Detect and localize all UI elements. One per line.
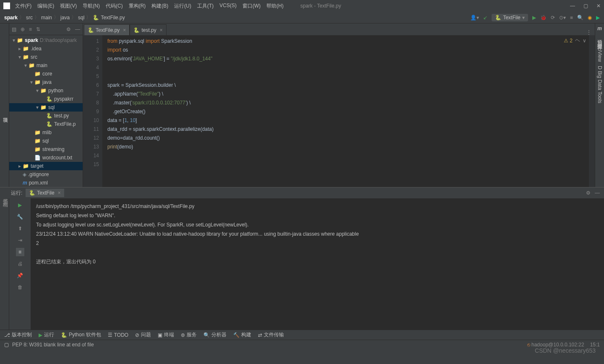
rerun-button[interactable]: ▶	[16, 201, 24, 209]
services-tool-button[interactable]: ⊚服务	[181, 331, 197, 338]
ide-run-icon[interactable]: ▶	[596, 15, 600, 21]
run-trash-button[interactable]: 🗑	[16, 283, 24, 291]
menu-nav[interactable]: 导航(N)	[83, 3, 100, 10]
menu-tools[interactable]: 工具(T)	[197, 3, 213, 10]
tab-textfile[interactable]: 🐍TextFile.py×	[84, 24, 130, 35]
project-tree: ▾📁 spark D:\hadoop\spark ▸📁.idea▾📁src▾📁m…	[9, 35, 83, 187]
run-filter-button[interactable]: ≡	[16, 248, 24, 256]
editor-inspections[interactable]: ⚠ 2 ヘ ∨	[564, 37, 586, 44]
bottom-tool-bar: ⎇版本控制 ▶运行 🐍Python 软件包 ☰TODO ⊘问题 ▣终端 ⊚服务 …	[0, 330, 604, 340]
tree-item[interactable]: ▸📁target	[9, 162, 83, 170]
crumb[interactable]: TextFile.py	[101, 15, 125, 21]
tree-item[interactable]: 🐍test.py	[9, 112, 83, 120]
remote-host[interactable]: ⎋ hadoop@10.0.0.102:22	[527, 342, 584, 348]
sync-icon[interactable]: ↙	[483, 15, 487, 21]
tree-item[interactable]: mpom.xml	[9, 179, 83, 187]
menu-code[interactable]: 代码(C)	[106, 3, 123, 10]
crumb[interactable]: sql	[78, 15, 84, 21]
sidebar-expand-icon[interactable]: ▤	[12, 26, 16, 32]
close-button[interactable]: ✕	[596, 3, 601, 9]
code-area[interactable]: from pyspark.sql import SparkSession imp…	[102, 35, 589, 187]
tree-item[interactable]: ▸📁.idea	[9, 44, 83, 53]
maven-tool-button[interactable]: m	[597, 26, 602, 31]
scrollbar[interactable]	[589, 35, 595, 187]
tree-item[interactable]: 📁core	[9, 70, 83, 78]
bigdata-tool-button[interactable]: D Big Data Tools	[597, 66, 603, 103]
menu-edit[interactable]: 编辑(E)	[37, 3, 54, 10]
line-gutter: 123456789101112131415	[83, 35, 102, 187]
run-tool-button[interactable]: ▶运行	[39, 331, 54, 338]
run-pin-button[interactable]: 📌	[16, 271, 24, 280]
build-tool-button[interactable]: 🔨构建	[233, 331, 251, 338]
run-button[interactable]: ▶	[532, 15, 536, 21]
run-settings-icon[interactable]: ⚙	[586, 190, 591, 196]
menu-refactor[interactable]: 重构(R)	[129, 3, 146, 10]
run-stop-button[interactable]: 🔧	[16, 213, 24, 221]
sidebar-sort-icon[interactable]: ⇅	[36, 26, 40, 32]
tree-item[interactable]: 📁sql	[9, 137, 83, 145]
stop-button[interactable]: ■	[570, 15, 573, 21]
crumb[interactable]: src	[26, 15, 33, 21]
breadcrumb: spark〉 src〉 main〉 java〉 sql〉 🐍TextFile.p…	[4, 14, 125, 21]
maximize-button[interactable]: ▢	[583, 3, 588, 9]
tab-test[interactable]: 🐍test.py×	[130, 24, 166, 35]
status-bar: ▢ PEP 8: W391 blank line at end of file …	[0, 340, 604, 349]
tree-item[interactable]: ▾📁src	[9, 53, 83, 61]
problems-tool-button[interactable]: ⊘问题	[135, 331, 151, 338]
tree-item[interactable]: 📁mlib	[9, 128, 83, 137]
sidebar-settings-icon[interactable]: ⚙	[66, 26, 71, 32]
menu-view[interactable]: 视图(V)	[60, 3, 77, 10]
sidebar-collapse-icon[interactable]: ≡	[29, 26, 32, 32]
menu-build[interactable]: 构建(B)	[151, 3, 168, 10]
transfer-tool-button[interactable]: ⇄文件传输	[258, 331, 284, 338]
tree-item[interactable]: ▾📁main	[9, 61, 83, 70]
run-hide-icon[interactable]: —	[595, 190, 600, 196]
ide-updates-icon[interactable]: ◉	[588, 15, 592, 21]
status-icon[interactable]: ▢	[4, 342, 9, 348]
menu-window[interactable]: 窗口(W)	[242, 3, 260, 10]
sidebar-select-icon[interactable]: ⊕	[21, 26, 25, 32]
close-icon[interactable]: ×	[123, 27, 126, 33]
todo-tool-button[interactable]: ☰TODO	[108, 332, 128, 338]
tree-item[interactable]: ◈.gitignore	[9, 170, 83, 179]
run-console[interactable]: /usr/bin/python /tmp/pycharm_project_431…	[31, 198, 604, 330]
run-print-button[interactable]: 🖨	[16, 260, 24, 268]
tree-item[interactable]: 📁streaming	[9, 145, 83, 153]
tree-item[interactable]: 🐍pyspakrr	[9, 95, 83, 103]
tree-item[interactable]: 🐍TextFile.p	[9, 120, 83, 128]
status-message: PEP 8: W391 blank line at end of file	[12, 342, 94, 348]
menu-vcs[interactable]: VCS(S)	[219, 3, 237, 10]
tree-item[interactable]: ▾📁python	[9, 86, 83, 95]
minimize-button[interactable]: —	[570, 3, 575, 9]
run-up-button[interactable]: ⬆	[16, 224, 24, 233]
run-config-selector[interactable]: 🐍TextFile▾	[492, 14, 528, 21]
tab-menu-icon[interactable]: ⋮	[583, 29, 595, 35]
tree-item[interactable]: ▾📁sql	[9, 103, 83, 112]
profiler-tool-button[interactable]: 🔍分析器	[203, 331, 226, 338]
tree-item[interactable]: ▾📁java	[9, 78, 83, 86]
crumb[interactable]: spark	[4, 15, 18, 21]
user-icon[interactable]: 👤▾	[470, 15, 479, 21]
crumb[interactable]: main	[41, 15, 52, 21]
menu-help[interactable]: 帮助(H)	[266, 3, 284, 10]
coverage-button[interactable]: ⟳	[551, 15, 555, 21]
search-icon[interactable]: 🔍	[577, 15, 583, 21]
sciview-tool-button[interactable]: SciView	[597, 44, 603, 62]
close-icon[interactable]: ×	[160, 27, 163, 33]
run-down-button[interactable]: ⇥	[16, 236, 24, 244]
menu-file[interactable]: 文件(F)	[15, 3, 31, 10]
tree-item[interactable]: 📄wordcount.txt	[9, 153, 83, 162]
run-tab[interactable]: 🐍TextFile×	[26, 189, 64, 197]
vcs-tool-button[interactable]: ⎇版本控制	[4, 331, 32, 338]
debug-button[interactable]: 🐞	[540, 15, 547, 21]
editor: 🐍TextFile.py× 🐍test.py× ⋮ 12345678910111…	[83, 23, 595, 187]
crumb[interactable]: java	[60, 15, 70, 21]
tree-root[interactable]: ▾📁 spark D:\hadoop\spark	[9, 36, 83, 44]
sidebar-hide-icon[interactable]: —	[75, 26, 80, 32]
menu-run[interactable]: 运行(U)	[174, 3, 191, 10]
profile-button[interactable]: ⊙▾	[559, 15, 566, 21]
python-packages-button[interactable]: 🐍Python 软件包	[61, 331, 101, 338]
main-menu: 文件(F) 编辑(E) 视图(V) 导航(N) 代码(C) 重构(R) 构建(B…	[15, 3, 284, 10]
caret-position[interactable]: 15:1	[590, 342, 600, 348]
terminal-tool-button[interactable]: ▣终端	[158, 331, 174, 338]
